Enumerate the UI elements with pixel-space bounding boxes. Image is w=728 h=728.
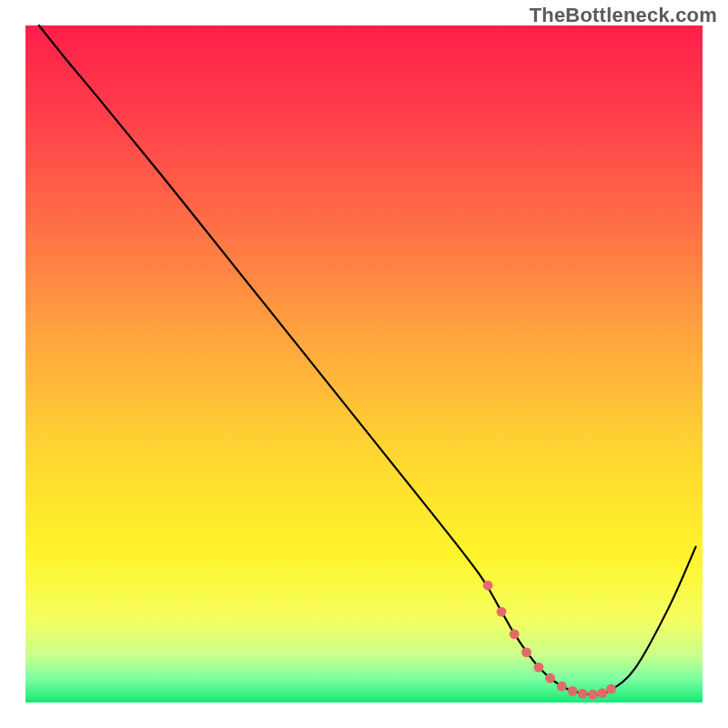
- chart-frame: TheBottleneck.com: [0, 0, 728, 728]
- optimal-marker: [545, 673, 555, 683]
- optimal-marker: [568, 686, 578, 696]
- optimal-marker: [557, 682, 567, 692]
- optimal-marker: [497, 607, 507, 617]
- chart-svg: [0, 0, 728, 728]
- optimal-marker: [510, 629, 520, 639]
- watermark-text: TheBottleneck.com: [530, 4, 717, 27]
- optimal-marker: [606, 684, 616, 694]
- optimal-marker: [597, 688, 607, 698]
- optimal-marker: [521, 648, 531, 658]
- optimal-marker: [534, 662, 544, 672]
- chart-background: [25, 25, 703, 703]
- optimal-marker: [578, 689, 588, 699]
- optimal-marker: [588, 690, 598, 700]
- optimal-marker: [483, 581, 493, 591]
